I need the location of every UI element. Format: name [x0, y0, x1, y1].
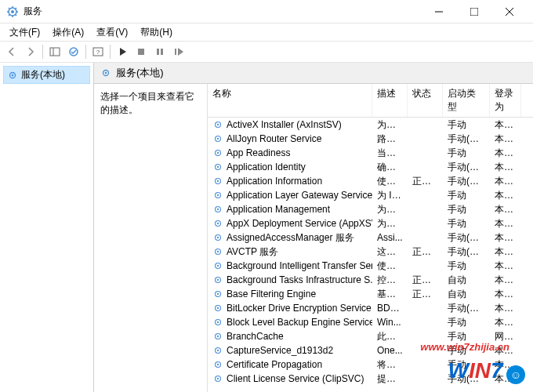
menu-view[interactable]: 查看(V): [90, 24, 134, 41]
tree-root-services[interactable]: 服务(本地): [3, 66, 90, 84]
service-desc: 为通...: [372, 202, 408, 217]
service-status: [408, 378, 443, 379]
service-status: [408, 209, 443, 210]
svg-point-35: [217, 251, 219, 252]
svg-point-43: [217, 307, 219, 309]
toolbar-separator: [42, 45, 43, 59]
service-logon: 本地服: [490, 287, 521, 302]
service-status: [408, 307, 443, 309]
service-row[interactable]: AssignedAccessManager 服务Assi...手动(触发...本…: [208, 230, 533, 245]
service-name: Client License Service (ClipSVC): [227, 373, 364, 384]
service-row[interactable]: ActiveX Installer (AxInstSV)为从...手动本地系: [208, 118, 533, 132]
gear-icon: [212, 119, 223, 130]
svg-point-25: [217, 180, 219, 182]
watermark-url: www.win7zhijia.cn: [420, 341, 509, 353]
svg-point-49: [217, 350, 219, 351]
forward-button[interactable]: [22, 43, 39, 60]
service-startup: 手动(触发...: [443, 160, 490, 175]
service-desc: 为 In...: [372, 188, 408, 203]
stop-button[interactable]: [132, 43, 150, 60]
list-header: 名称 描述 状态 启动类型 登录为: [208, 84, 533, 118]
service-row[interactable]: Background Tasks Infrastructure S...控制..…: [208, 273, 533, 287]
service-logon: 本地系: [490, 146, 521, 161]
gear-icon: [212, 317, 223, 328]
close-button[interactable]: [491, 0, 527, 24]
brand-badge-icon: ☺: [506, 365, 525, 384]
svg-point-33: [217, 237, 219, 238]
col-header-name[interactable]: 名称: [208, 84, 372, 117]
service-startup: 手动(触发...: [443, 301, 490, 316]
service-row[interactable]: Application Identity确定...手动(触发...本地服: [208, 160, 533, 174]
service-row[interactable]: AllJoyn Router Service路由...手动(触发...本地服: [208, 132, 533, 146]
svg-point-27: [217, 194, 219, 196]
help-button[interactable]: ?: [89, 43, 107, 60]
service-name: AllJoyn Router Service: [227, 133, 321, 144]
menu-action[interactable]: 操作(A): [46, 24, 90, 41]
svg-point-47: [217, 336, 219, 337]
service-row[interactable]: Application Information使用...正在...手动(触发..…: [208, 174, 533, 188]
service-desc: 基本...: [372, 287, 408, 302]
toolbar-separator: [85, 45, 86, 59]
maximize-button[interactable]: [456, 0, 491, 24]
service-name: AssignedAccessManager 服务: [227, 231, 354, 245]
service-startup: 自动: [443, 287, 490, 302]
service-desc: 使用...: [372, 259, 408, 274]
service-desc: 确定...: [372, 160, 408, 175]
gear-icon: [212, 345, 223, 356]
service-desc: 这是...: [372, 245, 408, 260]
service-name: App Readiness: [227, 147, 290, 158]
service-status: 正在...: [408, 245, 443, 260]
gear-icon: [212, 218, 223, 229]
col-header-startup[interactable]: 启动类型: [443, 84, 490, 117]
pause-button[interactable]: [151, 43, 169, 60]
service-status: [408, 166, 443, 168]
service-status: 正在...: [408, 287, 443, 302]
svg-point-1: [11, 10, 14, 13]
service-row[interactable]: Base Filtering Engine基本...正在...自动本地服: [208, 287, 533, 301]
service-row[interactable]: AppX Deployment Service (AppXSV...为部...手…: [208, 216, 533, 230]
menu-file[interactable]: 文件(F): [3, 24, 46, 41]
service-row[interactable]: Background Intelligent Transfer Ser...使用…: [208, 259, 533, 273]
toolbar-separator: [110, 45, 111, 59]
service-row[interactable]: AVCTP 服务这是...正在...手动(触发...本地服: [208, 245, 533, 259]
minimize-button[interactable]: [421, 0, 456, 24]
service-row[interactable]: App Readiness当用...手动本地系: [208, 146, 533, 160]
service-desc: BDE...: [372, 302, 408, 314]
service-name: BitLocker Drive Encryption Service: [227, 303, 372, 314]
svg-rect-2: [470, 8, 478, 16]
service-name: Block Level Backup Engine Service: [227, 317, 372, 328]
export-button[interactable]: [65, 43, 82, 60]
service-row[interactable]: Application Management为通...手动本地系: [208, 202, 533, 216]
col-header-status[interactable]: 状态: [408, 84, 443, 117]
service-logon: 本地系: [490, 202, 521, 217]
gear-icon: [212, 331, 223, 342]
service-row[interactable]: Block Level Backup Engine ServiceWin...手…: [208, 315, 533, 329]
col-header-logon[interactable]: 登录为: [490, 84, 521, 117]
service-logon: 本地系: [490, 301, 521, 316]
gear-icon: [212, 303, 223, 314]
right-pane-header: 服务(本地): [94, 63, 533, 84]
service-name: Background Intelligent Transfer Ser...: [227, 260, 372, 271]
gear-icon: [212, 176, 223, 187]
service-logon: 本地服: [490, 245, 521, 260]
service-status: [408, 194, 443, 196]
start-button[interactable]: [114, 43, 131, 60]
service-startup: 手动(触发...: [443, 245, 490, 260]
window-title: 服务: [24, 5, 421, 18]
service-row[interactable]: BitLocker Drive Encryption ServiceBDE...…: [208, 301, 533, 315]
service-name: AppX Deployment Service (AppXSV...: [227, 218, 372, 229]
service-row[interactable]: Application Layer Gateway Service为 In...…: [208, 188, 533, 202]
service-desc: 为部...: [372, 216, 408, 231]
back-button[interactable]: [3, 43, 20, 60]
menu-help[interactable]: 帮助(H): [134, 24, 179, 41]
col-header-desc[interactable]: 描述: [372, 84, 408, 117]
show-hide-tree-button[interactable]: [46, 43, 63, 60]
service-desc: 当用...: [372, 146, 408, 161]
gear-icon: [212, 204, 223, 215]
service-desc: Assi...: [372, 231, 408, 244]
service-startup: 手动(触发...: [443, 132, 490, 147]
restart-button[interactable]: [170, 43, 187, 60]
gear-icon: [212, 133, 223, 144]
service-status: 正在...: [408, 174, 443, 189]
svg-point-15: [105, 72, 107, 74]
